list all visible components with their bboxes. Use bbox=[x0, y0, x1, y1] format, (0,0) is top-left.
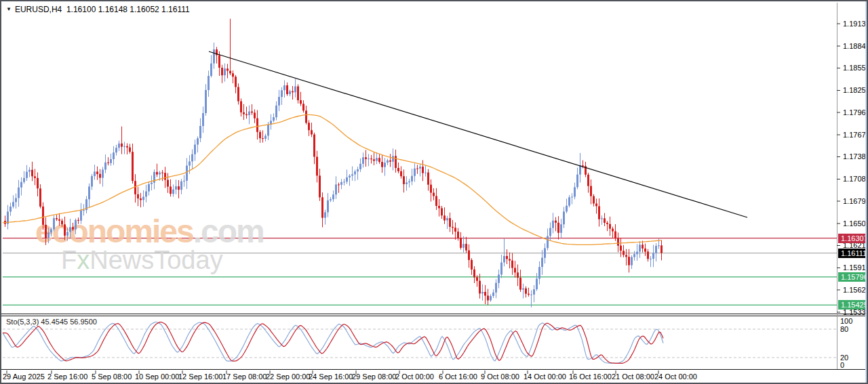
date-label: 17 Sep 08:00 bbox=[222, 372, 267, 381]
date-label: 5 Sep 08:00 bbox=[92, 372, 132, 381]
stochastic-d-line bbox=[3, 322, 663, 364]
date-label: 2 Sep 16:00 bbox=[47, 372, 87, 381]
date-label: 29 Aug 2025 bbox=[3, 372, 45, 381]
support-line-1-price-label: 1.15796 bbox=[838, 272, 868, 282]
descending-trendline[interactable] bbox=[209, 51, 747, 217]
date-label: 21 Oct 08:00 bbox=[612, 372, 654, 381]
price-tick-label: 1.15625 bbox=[843, 286, 868, 295]
price-tick-label: 1.17380 bbox=[843, 152, 868, 161]
mt4-chart-window: economies.com FxNewsToday ▼EURUSD,H4 1.1… bbox=[0, 0, 868, 384]
price-tick-label: 1.19135 bbox=[843, 20, 868, 28]
price-tick-label: 1.17670 bbox=[843, 131, 868, 140]
date-label: 16 Oct 16:00 bbox=[569, 372, 612, 381]
price-tick-label: 1.18840 bbox=[843, 42, 868, 51]
date-label: 24 Sep 16:00 bbox=[309, 372, 353, 381]
date-label: 29 Sep 08:00 bbox=[352, 372, 396, 381]
chart-canvas[interactable] bbox=[1, 1, 868, 384]
date-label: 9 Oct 08:00 bbox=[481, 372, 519, 381]
price-tick-label: 1.17085 bbox=[843, 175, 868, 184]
price-tick-label: 1.18550 bbox=[843, 64, 868, 72]
time-axis: 29 Aug 20252 Sep 16:005 Sep 08:0010 Sep … bbox=[1, 372, 868, 383]
resistance-line-price-label: 1.16307 bbox=[838, 234, 868, 243]
current-price-line-price-label: 1.16111 bbox=[838, 249, 868, 258]
date-label: 14 Oct 00:00 bbox=[524, 372, 566, 381]
price-tick-label: 1.17965 bbox=[843, 108, 868, 117]
moving-average-line[interactable] bbox=[3, 114, 662, 244]
candles-group bbox=[4, 19, 663, 307]
price-tick-label: 1.16500 bbox=[843, 219, 868, 228]
date-label: 6 Oct 16:00 bbox=[439, 372, 477, 381]
date-label: 22 Sep 00:00 bbox=[266, 372, 310, 381]
window-right-edge bbox=[865, 1, 867, 383]
price-tick-label: 1.15915 bbox=[843, 263, 868, 272]
date-label: 2 Oct 00:00 bbox=[395, 372, 434, 381]
price-tick-label: 1.18255 bbox=[843, 86, 868, 95]
chart-title-text: EURUSD,H4 1.16100 1.16148 1.16052 1.1611… bbox=[15, 5, 190, 14]
price-tick-label: 1.16795 bbox=[843, 197, 868, 206]
indicator-label: Sto(5,3,3) 45.4545 56.9500 bbox=[6, 318, 97, 326]
date-label: 24 Oct 00:00 bbox=[654, 372, 697, 381]
chart-title: ▼EURUSD,H4 1.16100 1.16148 1.16052 1.161… bbox=[6, 5, 190, 14]
date-label: 10 Sep 00:00 bbox=[135, 372, 179, 381]
symbol-dropdown-icon[interactable]: ▼ bbox=[6, 6, 12, 12]
date-label: 12 Sep 16:00 bbox=[178, 372, 222, 381]
support-line-2-price-label: 1.15425 bbox=[838, 300, 868, 310]
price-axis: 1.191351.188401.185501.182551.179651.176… bbox=[837, 1, 868, 384]
